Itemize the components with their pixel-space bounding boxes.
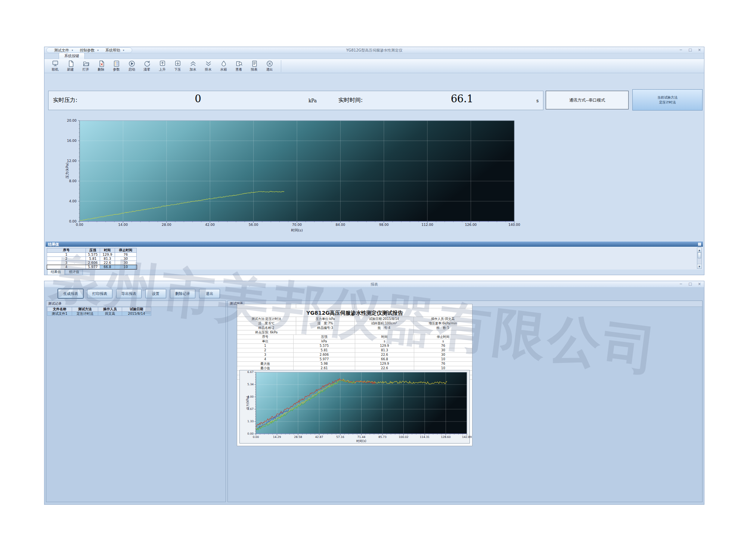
toolbar-button-label: 排水 (201, 67, 216, 72)
toolbar-button-label: 退出 (262, 67, 277, 72)
exit-icon (262, 60, 277, 67)
test-report-panel: 测试报表 YG812G高压伺服渗水性测定仪测试报告 测试方法:定压计时法压力单位… (227, 301, 703, 502)
toolbar-button-delete[interactable]: 删除 (93, 60, 109, 72)
pin-icon[interactable] (698, 243, 701, 246)
menu-item-label: 控制参数 (80, 48, 95, 53)
report-info-grid: 测试方法:定压计时法压力单位:kPa试验日期:2015/8/14操作人员:田文高… (237, 317, 472, 335)
table-row[interactable]: 45.97766.810 (47, 265, 137, 269)
delete-record-button[interactable]: 删除记录 (170, 289, 195, 298)
report-doc-icon (247, 60, 262, 67)
close-icon[interactable]: × (698, 281, 701, 286)
column-header: 试验日期 (122, 307, 151, 312)
toolbar-button-view[interactable]: 查看 (231, 60, 247, 72)
print-report-button[interactable]: 打印报表 (87, 289, 112, 298)
table-cell: 66.8 (100, 265, 115, 269)
table-row[interactable]: 32.60622.630 (47, 261, 137, 265)
tab-statistics[interactable]: 统计值 (65, 270, 83, 275)
y-tick-label: 4.00 (58, 199, 77, 203)
toolbar-button-press-down[interactable]: 下压 (170, 60, 185, 72)
tab-results[interactable]: 结果值 (47, 270, 65, 275)
table-cell: 30 (115, 261, 137, 265)
exit-button[interactable]: 退出 (199, 289, 220, 298)
results-scrollbar[interactable]: ▲ ▼ (697, 248, 702, 269)
results-panel-header: 结果值 (46, 242, 703, 247)
report-info-cell: 试样面积:100cm² (355, 321, 414, 326)
table-row[interactable]: 15.575129.976 (47, 253, 137, 257)
y-tick-label: 16.00 (58, 139, 77, 143)
toolbar-button-exit[interactable]: 退出 (262, 60, 277, 72)
table-cell: 81.3 (100, 257, 115, 261)
tab-system-keys[interactable]: 系统按键 (59, 53, 85, 59)
toolbar-button-water-tank[interactable]: 水箱 (216, 60, 231, 72)
toolbar-button-drain-water[interactable]: 排水 (201, 60, 216, 72)
x-tick-label: 14.00 (114, 223, 132, 227)
x-tick-label: 128.60 (438, 435, 453, 439)
menu-item[interactable]: 系统帮助▾ (102, 48, 127, 53)
report-table-cell: 30 (414, 348, 472, 352)
menu-bar: 测试文件▾控制参数▾系统帮助▾ (46, 47, 132, 53)
toolbar-button-zero[interactable]: 清零 (139, 60, 155, 72)
column-header: 操作人员 (98, 307, 122, 312)
y-tick-label: 6.67 (239, 370, 254, 374)
toolbar-button-start[interactable]: 启动 (124, 60, 139, 72)
toolbar-button-label: 参数 (109, 67, 124, 72)
current-method-button[interactable]: 当前试验方法 定压计时法 (632, 89, 703, 111)
table-cell: 5.575 (86, 253, 100, 257)
table-cell: 3 (47, 261, 86, 265)
scroll-thumb[interactable] (698, 252, 701, 258)
results-table-grid: 序号压强时间停止时间15.575129.97625.8181.33032.606… (47, 248, 137, 269)
settings-button[interactable]: 设置 (145, 289, 166, 298)
report-grid-cell (414, 304, 472, 308)
time-unit: s (536, 98, 539, 103)
report-table-cell: 129.9 (355, 344, 414, 348)
minimize-icon[interactable]: − (679, 47, 682, 52)
table-cell: 4 (47, 265, 86, 269)
x-tick-label: 100.02 (396, 435, 411, 439)
menu-item[interactable]: 测试文件▾ (51, 48, 76, 53)
report-grid-cell (237, 304, 296, 308)
maximize-icon[interactable]: □ (688, 47, 692, 52)
toolbar-button-rise[interactable]: 上升 (155, 60, 170, 72)
y-axis-label: 压力(kPa) (246, 391, 251, 415)
column-header: 文件名称 (47, 307, 72, 312)
toolbar-button-parameters[interactable]: 参数 (109, 60, 124, 72)
toolbar-button-connect[interactable]: 联机 (47, 60, 63, 72)
toolbar-button-add-water[interactable]: 加水 (185, 60, 201, 72)
water-drop-icon (216, 60, 231, 67)
generate-report-button[interactable]: 生成报表 (58, 289, 83, 298)
scroll-up-icon[interactable]: ▲ (697, 248, 701, 252)
results-panel-title: 结果值 (48, 242, 59, 246)
results-table: 序号压强时间停止时间15.575129.97625.8181.33032.606… (47, 248, 137, 270)
report-window-controls: − □ × (679, 281, 701, 286)
report-info-cell (355, 330, 414, 335)
maximize-icon[interactable]: □ (688, 281, 692, 286)
export-report-button[interactable]: 导出报表 (116, 289, 142, 298)
toolbar-button-label: 查看 (231, 67, 247, 72)
parameters-icon (109, 60, 124, 67)
close-icon[interactable]: × (698, 47, 701, 52)
comm-mode-box: 通讯方式--串口模式 (546, 91, 629, 109)
toolbar-button-label: 下压 (170, 67, 185, 72)
open-folder-icon (78, 60, 93, 67)
report-table-cell: 停止时间 (414, 335, 472, 339)
report-document: YG812G高压伺服渗水性测定仪测试报告 测试方法:定压计时法压力单位:kPa试… (237, 304, 472, 446)
record-row[interactable]: 测试文件1定压计时法田文高2015/8/14 (47, 312, 151, 316)
test-records-panel: 测试记录 文件名称测试方法操作人员试验日期测试文件1定压计时法田文高2015/8… (46, 301, 226, 502)
toolbar-button-open[interactable]: 打开 (78, 60, 93, 72)
toolbar-button-label: 删除 (93, 67, 109, 72)
toolbar-button-report[interactable]: 报表 (247, 60, 262, 72)
table-cell: 10 (115, 265, 137, 269)
minimize-icon[interactable]: − (679, 281, 682, 286)
scroll-down-icon[interactable]: ▼ (697, 264, 701, 268)
toolbar-button-new[interactable]: 新建 (63, 60, 78, 72)
report-table-cell: 81.3 (355, 348, 414, 352)
table-row[interactable]: 25.8181.330 (47, 257, 137, 261)
menu-item[interactable]: 控制参数▾ (77, 48, 102, 53)
toolbar-button-label: 启动 (124, 67, 139, 72)
time-value: 66.1 (434, 93, 490, 105)
x-axis-label: 时间(s) (348, 439, 375, 443)
x-tick-label: 28.00 (158, 223, 176, 227)
report-info-cell: 压力单位:kPa (296, 317, 355, 321)
report-window-title: 报表 (44, 282, 704, 287)
chevron-down-icon: ▾ (123, 49, 124, 52)
